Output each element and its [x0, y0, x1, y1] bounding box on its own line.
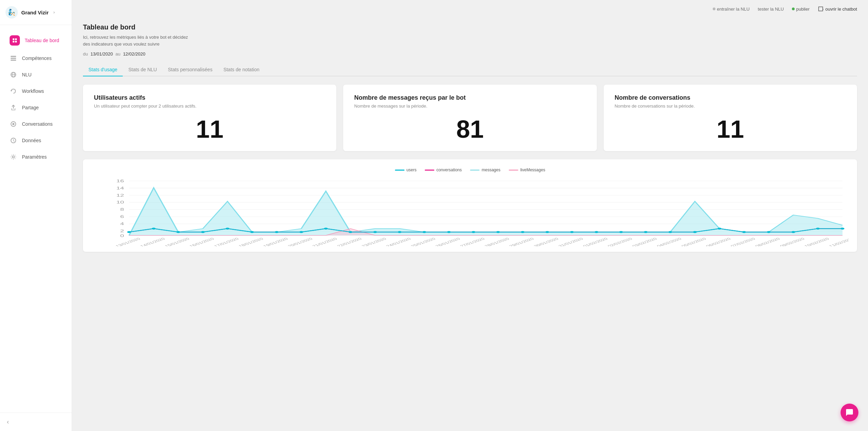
sidebar-item-label: Partage — [22, 105, 39, 110]
svg-text:12: 12 — [116, 194, 124, 197]
svg-text:20/01/2020: 20/01/2020 — [287, 237, 314, 246]
svg-text:6: 6 — [120, 215, 124, 219]
svg-text:25/01/2020: 25/01/2020 — [410, 237, 437, 246]
svg-text:13/01/2020: 13/01/2020 — [114, 237, 142, 246]
stat-users-desc: Un utilisateur peut compter pour 2 utili… — [94, 103, 325, 109]
legend-messages-line — [470, 170, 480, 171]
sidebar-item-competences[interactable]: Compétences — [3, 50, 69, 66]
svg-rect-3 — [15, 41, 17, 42]
svg-point-72 — [373, 231, 377, 233]
legend-live-messages-line — [509, 170, 518, 171]
svg-point-80 — [570, 231, 574, 233]
stat-users-title: Utilisateurs actifs — [94, 94, 325, 101]
tab-nlu[interactable]: Stats de NLU — [123, 63, 162, 76]
svg-rect-6 — [11, 60, 16, 61]
sidebar-item-nlu[interactable]: NLU — [3, 67, 69, 83]
svg-point-73 — [398, 231, 401, 233]
svg-text:30/01/2020: 30/01/2020 — [533, 237, 560, 246]
svg-point-75 — [447, 231, 451, 233]
svg-text:4: 4 — [120, 222, 124, 226]
chart-svg: 16 14 12 10 8 6 4 2 0 — [91, 178, 849, 246]
svg-point-66 — [226, 228, 229, 230]
svg-text:23/01/2020: 23/01/2020 — [361, 237, 388, 246]
sidebar-item-conversations[interactable]: Conversations — [3, 116, 69, 132]
tab-usage[interactable]: Stats d'usage — [83, 63, 123, 76]
svg-text:29/01/2020: 29/01/2020 — [508, 237, 535, 246]
app-title: Grand Vizir — [21, 10, 49, 15]
date-to: 12/02/2020 — [123, 51, 145, 57]
stat-conversations-desc: Nombre de conversations sur la période. — [615, 103, 846, 109]
svg-point-91 — [841, 228, 844, 230]
svg-point-88 — [767, 231, 771, 233]
sidebar-item-tableau-de-bord[interactable]: Tableau de bord — [3, 31, 69, 50]
svg-text:04/02/2020: 04/02/2020 — [655, 237, 683, 246]
stat-messages-title: Nombre de messages reçus par le bot — [354, 94, 586, 101]
svg-text:27/01/2020: 27/01/2020 — [459, 237, 486, 246]
sidebar-item-label: Workflows — [22, 88, 44, 94]
svg-text:03/02/2020: 03/02/2020 — [631, 237, 658, 246]
sidebar-item-workflows[interactable]: Workflows — [3, 83, 69, 99]
sidebar-item-donnees[interactable]: Données — [3, 133, 69, 148]
train-nlu-dot — [713, 8, 715, 10]
open-chatbot-button[interactable]: ouvrir le chatbot — [818, 6, 857, 12]
partage-icon — [10, 104, 17, 111]
publish-dot — [792, 8, 795, 10]
main-content: entraîner la NLU tester la NLU publier o… — [72, 0, 868, 431]
svg-point-63 — [152, 228, 156, 230]
svg-text:19/01/2020: 19/01/2020 — [262, 237, 289, 246]
svg-point-67 — [250, 231, 254, 233]
svg-text:31/01/2020: 31/01/2020 — [557, 237, 584, 246]
sidebar-item-parametres[interactable]: Paramètres — [3, 149, 69, 165]
legend-users-line — [395, 170, 405, 171]
svg-point-90 — [816, 228, 820, 230]
sidebar-item-label: Tableau de bord — [25, 38, 59, 43]
stats-cards: Utilisateurs actifs Un utilisateur peut … — [83, 85, 857, 151]
stat-card-messages: Nombre de messages reçus par le bot Nomb… — [343, 85, 596, 151]
test-nlu-label[interactable]: tester la NLU — [758, 7, 784, 12]
svg-text:05/02/2020: 05/02/2020 — [680, 237, 707, 246]
svg-point-83 — [644, 231, 648, 233]
svg-point-77 — [496, 231, 500, 233]
svg-rect-0 — [13, 38, 14, 40]
sidebar-item-label: Paramètres — [22, 154, 47, 160]
svg-text:28/01/2020: 28/01/2020 — [483, 237, 510, 246]
chart-legend: users conversations messages liveMessage… — [91, 168, 849, 172]
svg-point-65 — [201, 231, 205, 233]
svg-text:14: 14 — [116, 186, 124, 190]
sidebar-item-label: Données — [22, 138, 41, 143]
svg-text:16: 16 — [116, 179, 124, 183]
legend-conversations-label: conversations — [436, 168, 462, 172]
svg-point-86 — [718, 228, 721, 230]
date-range: du 13/01/2020 au 12/02/2020 — [83, 51, 857, 57]
sidebar-item-partage[interactable]: Partage — [3, 100, 69, 115]
chart-container: users conversations messages liveMessage… — [83, 159, 857, 252]
sidebar-header[interactable]: 🧞 Grand Vizir › — [0, 0, 72, 25]
svg-text:2: 2 — [120, 229, 124, 233]
svg-rect-2 — [13, 41, 14, 42]
legend-users-label: users — [407, 168, 417, 172]
svg-text:11/02/2020: 11/02/2020 — [828, 237, 849, 246]
svg-text:24/01/2020: 24/01/2020 — [385, 237, 412, 246]
svg-text:10/02/2020: 10/02/2020 — [803, 237, 830, 246]
page-description: Ici, retrouvez les métriques liés à votr… — [83, 34, 193, 47]
chat-fab-button[interactable] — [841, 404, 858, 421]
svg-text:21/01/2020: 21/01/2020 — [311, 237, 338, 246]
train-nlu-label[interactable]: entraîner la NLU — [717, 7, 749, 12]
page-title: Tableau de bord — [83, 23, 857, 31]
svg-rect-4 — [11, 56, 16, 57]
tab-notation[interactable]: Stats de notation — [218, 63, 265, 76]
sidebar-item-label: Compétences — [22, 56, 51, 61]
publish-status[interactable]: publier — [792, 7, 809, 12]
stat-messages-desc: Nombre de messages sur la période. — [354, 103, 586, 109]
legend-conversations-line — [425, 170, 434, 171]
legend-conversations: conversations — [425, 168, 462, 172]
stat-card-conversations: Nombre de conversations Nombre de conver… — [604, 85, 857, 151]
date-to-label: au — [116, 51, 120, 57]
svg-point-69 — [299, 231, 303, 233]
tab-custom[interactable]: Stats personnalisées — [162, 63, 218, 76]
svg-point-84 — [668, 231, 672, 233]
sidebar-collapse-button[interactable]: ‹ — [0, 412, 72, 431]
svg-point-78 — [521, 231, 525, 233]
svg-point-62 — [127, 231, 131, 233]
svg-text:15/01/2020: 15/01/2020 — [164, 237, 191, 246]
